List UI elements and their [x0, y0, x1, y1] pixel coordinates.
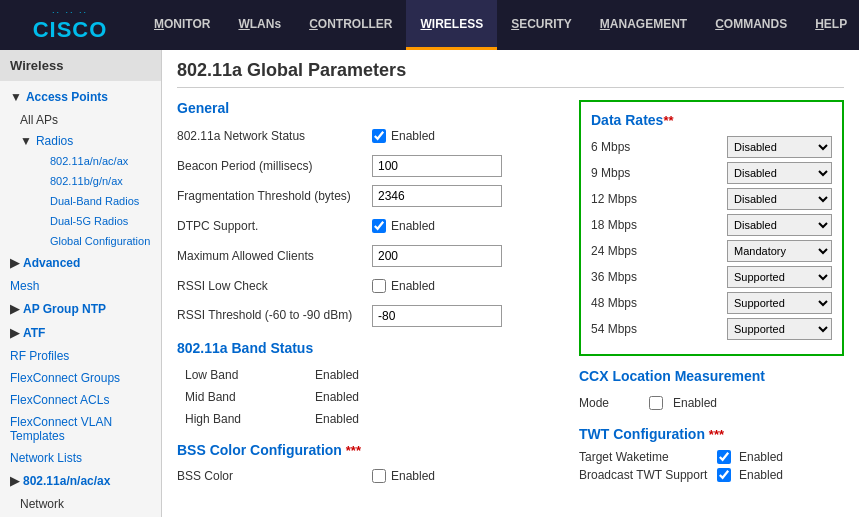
max-clients-input[interactable]	[372, 245, 502, 267]
table-row: Mid Band Enabled	[177, 386, 564, 408]
rate-row-18mbps: 18 Mbps DisabledMandatorySupported	[591, 214, 832, 236]
expand-arrow-icon: ▶	[10, 302, 19, 316]
rate-row-54mbps: 54 Mbps DisabledMandatorySupported	[591, 318, 832, 340]
cisco-logo: CISCO	[33, 17, 108, 43]
rssi-threshold-input[interactable]	[372, 305, 502, 327]
sidebar-item-flexconnect-acls[interactable]: FlexConnect ACLs	[0, 389, 161, 411]
fragmentation-input[interactable]	[372, 185, 502, 207]
rate-row-12mbps: 12 Mbps DisabledMandatorySupported	[591, 188, 832, 210]
sidebar-item-flexconnect-vlan[interactable]: FlexConnect VLAN Templates	[0, 411, 161, 447]
sidebar-item-all-aps[interactable]: All APs	[0, 109, 161, 131]
rate-row-48mbps: 48 Mbps DisabledMandatorySupported	[591, 292, 832, 314]
ccx-mode-text: Enabled	[673, 396, 717, 410]
top-navigation: ·· ·· ·· CISCO MONITOR WLANs CONTROLLER …	[0, 0, 859, 50]
twt-broadcast-label: Broadcast TWT Support	[579, 468, 709, 482]
sidebar-item-network-lists[interactable]: Network Lists	[0, 447, 161, 469]
ccx-panel: CCX Location Measurement Mode Enabled	[579, 368, 844, 414]
content-right: Data Rates** 6 Mbps DisabledMandatorySup…	[579, 100, 844, 494]
rate-row-36mbps: 36 Mbps DisabledMandatorySupported	[591, 266, 832, 288]
sidebar-item-radios[interactable]: ▼ Radios	[20, 131, 161, 151]
rate-18mbps-select[interactable]: DisabledMandatorySupported	[727, 214, 832, 236]
sidebar-item-rf-profiles[interactable]: RF Profiles	[0, 345, 161, 367]
advanced-label: Advanced	[23, 256, 80, 270]
rssi-threshold-value	[372, 305, 502, 327]
rssi-threshold-label: RSSI Threshold (-60 to -90 dBm)	[177, 308, 372, 324]
rate-9mbps-select[interactable]: DisabledMandatorySupported	[727, 162, 832, 184]
sidebar-item-flexconnect-groups[interactable]: FlexConnect Groups	[0, 367, 161, 389]
radios-label: Radios	[36, 134, 73, 148]
beacon-period-row: Beacon Period (millisecs)	[177, 154, 564, 178]
rate-12mbps-select[interactable]: DisabledMandatorySupported	[727, 188, 832, 210]
sidebar-item-80211a[interactable]: 802.11a/n/ac/ax	[20, 151, 161, 171]
max-clients-row: Maximum Allowed Clients	[177, 244, 564, 268]
rate-6mbps-label: 6 Mbps	[591, 140, 656, 154]
sidebar-item-dual-5g[interactable]: Dual-5G Radios	[20, 211, 161, 231]
rate-24mbps-select[interactable]: DisabledMandatorySupported	[727, 240, 832, 262]
rate-54mbps-label: 54 Mbps	[591, 322, 656, 336]
expand-arrow-icon: ▼	[10, 90, 22, 104]
rssi-low-check-label: RSSI Low Check	[177, 279, 372, 293]
twt-broadcast-checkbox[interactable]	[717, 468, 731, 482]
sidebar-item-ap-group-ntp[interactable]: ▶ AP Group NTP	[0, 297, 161, 321]
beacon-period-input[interactable]	[372, 155, 502, 177]
beacon-period-label: Beacon Period (millisecs)	[177, 159, 372, 173]
sidebar-item-mesh[interactable]: Mesh	[0, 275, 161, 297]
expand-arrow-icon: ▶	[10, 256, 19, 270]
cisco-dots: ·· ·· ··	[33, 7, 108, 17]
band-status-header: 802.11a Band Status	[177, 340, 564, 356]
rate-18mbps-label: 18 Mbps	[591, 218, 656, 232]
rate-48mbps-label: 48 Mbps	[591, 296, 656, 310]
nav-monitor[interactable]: MONITOR	[140, 0, 224, 50]
rate-6mbps-select[interactable]: DisabledMandatorySupported	[727, 136, 832, 158]
sidebar-item-access-points[interactable]: ▼ Access Points	[0, 85, 161, 109]
max-clients-value	[372, 245, 502, 267]
bss-stars: ***	[346, 443, 361, 458]
expand-arrow-icon: ▶	[10, 474, 19, 488]
ccx-mode-row: Mode Enabled	[579, 392, 844, 414]
nav-commands[interactable]: COMMANDS	[701, 0, 801, 50]
main-layout: Wireless ▼ Access Points All APs ▼ Radio…	[0, 50, 859, 517]
ap-group-ntp-label: AP Group NTP	[23, 302, 106, 316]
sidebar-item-atf[interactable]: ▶ ATF	[0, 321, 161, 345]
expand-arrow-icon: ▶	[10, 326, 19, 340]
rate-48mbps-select[interactable]: DisabledMandatorySupported	[727, 292, 832, 314]
twt-broadcast-text: Enabled	[739, 468, 783, 482]
nav-controller[interactable]: CONTROLLER	[295, 0, 406, 50]
rssi-low-check-checkbox[interactable]	[372, 279, 386, 293]
twt-stars: ***	[709, 427, 724, 442]
sidebar-item-dual-band[interactable]: Dual-Band Radios	[20, 191, 161, 211]
sidebar-item-network[interactable]: Network	[0, 493, 161, 515]
nav-help[interactable]: HELP	[801, 0, 859, 50]
rate-36mbps-label: 36 Mbps	[591, 270, 656, 284]
dtpc-value: Enabled	[372, 219, 435, 233]
rate-54mbps-select[interactable]: DisabledMandatorySupported	[727, 318, 832, 340]
bss-color-checkbox[interactable]	[372, 469, 386, 483]
fragmentation-row: Fragmentation Threshold (bytes)	[177, 184, 564, 208]
nav-wlans[interactable]: WLANs	[224, 0, 295, 50]
nav-security[interactable]: SECURITY	[497, 0, 586, 50]
dtpc-checkbox[interactable]	[372, 219, 386, 233]
nav-links: MONITOR WLANs CONTROLLER WIRELESS SECURI…	[140, 0, 859, 50]
content-columns: General 802.11a Network Status Enabled B…	[177, 100, 844, 494]
network-status-row: 802.11a Network Status Enabled	[177, 124, 564, 148]
sidebar-item-80211a-group[interactable]: ▶ 802.11a/n/ac/ax	[0, 469, 161, 493]
bss-color-text: Enabled	[391, 469, 435, 483]
ccx-title: CCX Location Measurement	[579, 368, 844, 384]
beacon-period-value	[372, 155, 502, 177]
sidebar-item-80211b[interactable]: 802.11b/g/n/ax	[20, 171, 161, 191]
rate-row-24mbps: 24 Mbps DisabledMandatorySupported	[591, 240, 832, 262]
content-left: General 802.11a Network Status Enabled B…	[177, 100, 564, 494]
high-band-status: Enabled	[307, 408, 564, 430]
twt-waketime-checkbox[interactable]	[717, 450, 731, 464]
rssi-low-check-row: RSSI Low Check Enabled	[177, 274, 564, 298]
network-status-checkbox[interactable]	[372, 129, 386, 143]
twt-waketime-row: Target Waketime Enabled	[579, 450, 844, 464]
rate-9mbps-label: 9 Mbps	[591, 166, 656, 180]
nav-wireless[interactable]: WIRELESS	[406, 0, 497, 50]
high-band-label: High Band	[177, 408, 307, 430]
nav-management[interactable]: MANAGEMENT	[586, 0, 701, 50]
sidebar-item-global-config[interactable]: Global Configuration	[20, 231, 161, 251]
rate-36mbps-select[interactable]: DisabledMandatorySupported	[727, 266, 832, 288]
ccx-mode-checkbox[interactable]	[649, 396, 663, 410]
sidebar-item-advanced[interactable]: ▶ Advanced	[0, 251, 161, 275]
